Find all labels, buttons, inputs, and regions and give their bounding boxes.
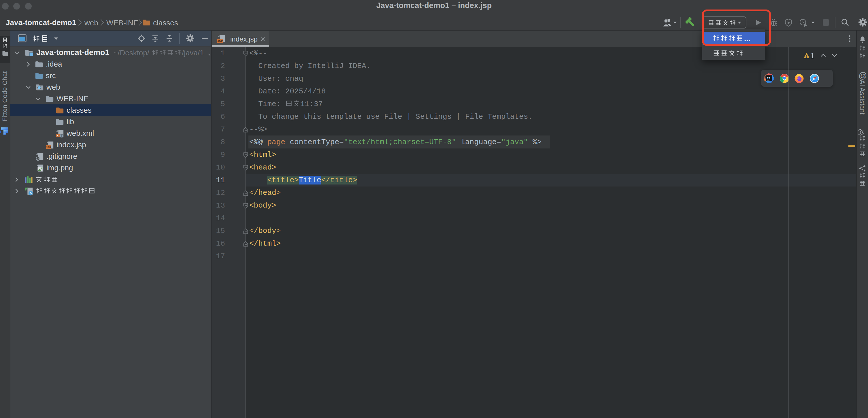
svg-text:IJ: IJ	[767, 77, 770, 80]
svg-text:JSP: JSP	[218, 39, 223, 43]
svg-text:<: <	[57, 134, 59, 137]
svg-text:JSP: JSP	[46, 146, 51, 149]
